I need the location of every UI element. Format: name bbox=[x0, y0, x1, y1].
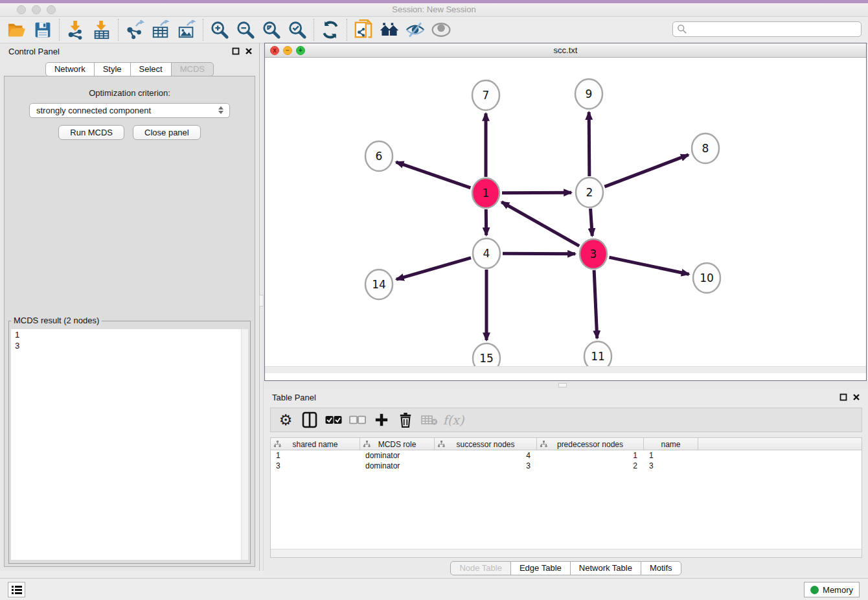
edge-4-3[interactable] bbox=[503, 253, 575, 254]
run-mcds-button[interactable]: Run MCDS bbox=[58, 125, 124, 140]
table-body[interactable]: 1dominator4113dominator323 bbox=[271, 450, 862, 471]
refresh-icon[interactable] bbox=[317, 18, 343, 41]
cell-predecessor-nodes[interactable]: 2 bbox=[537, 461, 644, 471]
hide-selected-icon[interactable] bbox=[402, 18, 428, 41]
cell-name[interactable]: 3 bbox=[644, 461, 698, 471]
tab-style[interactable]: Style bbox=[94, 62, 131, 76]
cell-predecessor-nodes[interactable]: 1 bbox=[537, 450, 644, 461]
memory-button[interactable]: Memory bbox=[804, 582, 860, 597]
add-column-icon[interactable] bbox=[372, 410, 391, 430]
edge-1-2[interactable] bbox=[502, 192, 571, 193]
node-14[interactable]: 14 bbox=[365, 270, 393, 299]
save-session-icon[interactable] bbox=[30, 18, 56, 41]
splitter-handle[interactable] bbox=[558, 383, 567, 387]
mcds-result-list[interactable]: 13 bbox=[11, 329, 241, 560]
tab-edge-table[interactable]: Edge Table bbox=[510, 561, 571, 575]
float-panel-icon[interactable] bbox=[232, 47, 240, 55]
svg-text:15: 15 bbox=[479, 352, 494, 365]
result-scrollbar[interactable] bbox=[241, 329, 248, 560]
sort-icon[interactable] bbox=[438, 441, 445, 448]
edge-2-8[interactable] bbox=[604, 155, 688, 187]
import-table-icon[interactable] bbox=[89, 18, 115, 41]
cell-shared-name[interactable]: 1 bbox=[271, 450, 360, 461]
panel-menu-button[interactable] bbox=[8, 582, 25, 597]
tab-motifs[interactable]: Motifs bbox=[641, 561, 681, 575]
delete-column-icon[interactable] bbox=[396, 410, 415, 430]
tab-select[interactable]: Select bbox=[130, 62, 172, 76]
export-image-icon[interactable] bbox=[174, 18, 200, 41]
zoom-selected-icon[interactable] bbox=[284, 18, 310, 41]
node-3[interactable]: 3 bbox=[580, 239, 607, 269]
node-10[interactable]: 10 bbox=[693, 263, 720, 293]
function-builder-icon[interactable]: f(x) bbox=[444, 410, 463, 430]
sort-icon[interactable] bbox=[540, 441, 547, 448]
network-window-titlebar[interactable]: x − + scc.txt bbox=[265, 43, 866, 58]
close-panel-icon[interactable] bbox=[852, 393, 860, 401]
sort-icon[interactable] bbox=[363, 441, 371, 448]
column-header-shared-name[interactable]: shared name bbox=[271, 438, 360, 450]
import-network-icon[interactable] bbox=[63, 18, 89, 41]
close-panel-button[interactable]: Close panel bbox=[133, 125, 201, 140]
node-9[interactable]: 9 bbox=[575, 79, 602, 109]
node-4[interactable]: 4 bbox=[473, 238, 500, 268]
node-15[interactable]: 15 bbox=[473, 343, 500, 366]
edge-4-14[interactable] bbox=[396, 258, 471, 279]
edge-3-10[interactable] bbox=[609, 257, 689, 274]
vertical-splitter[interactable] bbox=[259, 43, 264, 571]
tab-mcds[interactable]: MCDS bbox=[171, 62, 214, 76]
network-canvas[interactable]: 7968123414101511 bbox=[265, 58, 866, 373]
node-7[interactable]: 7 bbox=[472, 80, 499, 110]
column-header-predecessor-nodes[interactable]: predecessor nodes bbox=[537, 438, 644, 450]
table-header-row[interactable]: shared nameMCDS rolesuccessor nodesprede… bbox=[271, 438, 862, 450]
search-input[interactable] bbox=[672, 21, 862, 37]
float-panel-icon[interactable] bbox=[839, 393, 847, 401]
sort-icon[interactable] bbox=[274, 441, 281, 448]
table-hscrollbar[interactable] bbox=[271, 549, 862, 557]
column-header-successor-nodes[interactable]: successor nodes bbox=[435, 438, 537, 450]
edge-3-11[interactable] bbox=[594, 270, 597, 338]
show-column-icon[interactable] bbox=[300, 410, 319, 430]
duplicate-network-icon[interactable] bbox=[350, 18, 376, 41]
node-6[interactable]: 6 bbox=[365, 141, 393, 171]
show-all-icon[interactable] bbox=[428, 18, 454, 41]
edge-1-6[interactable] bbox=[396, 162, 470, 188]
criterion-select[interactable]: strongly connected component bbox=[29, 103, 230, 118]
control-panel: Control Panel NetworkStyleSelectMCDS Opt… bbox=[0, 43, 259, 571]
node-8[interactable]: 8 bbox=[692, 133, 719, 163]
export-table-icon[interactable] bbox=[148, 18, 174, 41]
cell-MCDS-role[interactable]: dominator bbox=[360, 461, 435, 471]
destroy-table-icon[interactable] bbox=[420, 410, 439, 430]
splitter-handle[interactable] bbox=[259, 295, 264, 306]
horizontal-splitter[interactable] bbox=[264, 381, 868, 389]
table-row[interactable]: 3dominator323 bbox=[271, 461, 862, 471]
cell-MCDS-role[interactable]: dominator bbox=[360, 450, 435, 461]
edge-2-9[interactable] bbox=[589, 112, 589, 176]
column-header-MCDS-role[interactable]: MCDS role bbox=[360, 438, 435, 450]
select-all-icon[interactable] bbox=[324, 410, 343, 430]
zoom-out-icon[interactable] bbox=[233, 18, 258, 41]
node-table[interactable]: shared nameMCDS rolesuccessor nodesprede… bbox=[270, 437, 862, 558]
first-neighbors-icon[interactable] bbox=[376, 18, 402, 41]
edge-3-1[interactable] bbox=[501, 202, 579, 246]
table-options-icon[interactable]: ⚙ bbox=[276, 410, 295, 430]
close-panel-icon[interactable] bbox=[245, 47, 253, 55]
node-1[interactable]: 1 bbox=[472, 178, 499, 208]
cell-successor-nodes[interactable]: 3 bbox=[435, 461, 537, 471]
zoom-in-icon[interactable] bbox=[207, 18, 233, 41]
column-header-name[interactable]: name bbox=[644, 438, 698, 450]
table-row[interactable]: 1dominator411 bbox=[271, 450, 862, 461]
node-11[interactable]: 11 bbox=[584, 341, 611, 366]
tab-network-table[interactable]: Network Table bbox=[570, 561, 641, 575]
deselect-all-icon[interactable] bbox=[348, 410, 367, 430]
zoom-fit-icon[interactable] bbox=[258, 18, 284, 41]
cell-shared-name[interactable]: 3 bbox=[271, 461, 360, 471]
tab-network[interactable]: Network bbox=[45, 62, 95, 76]
edge-2-3[interactable] bbox=[591, 209, 593, 236]
cell-successor-nodes[interactable]: 4 bbox=[435, 450, 537, 461]
cell-name[interactable]: 1 bbox=[644, 450, 698, 461]
open-file-icon[interactable] bbox=[4, 18, 30, 41]
tab-node-table[interactable]: Node Table bbox=[450, 561, 511, 575]
node-2[interactable]: 2 bbox=[576, 178, 603, 207]
export-network-icon[interactable] bbox=[122, 18, 148, 41]
network-graph[interactable]: 7968123414101511 bbox=[265, 58, 865, 366]
